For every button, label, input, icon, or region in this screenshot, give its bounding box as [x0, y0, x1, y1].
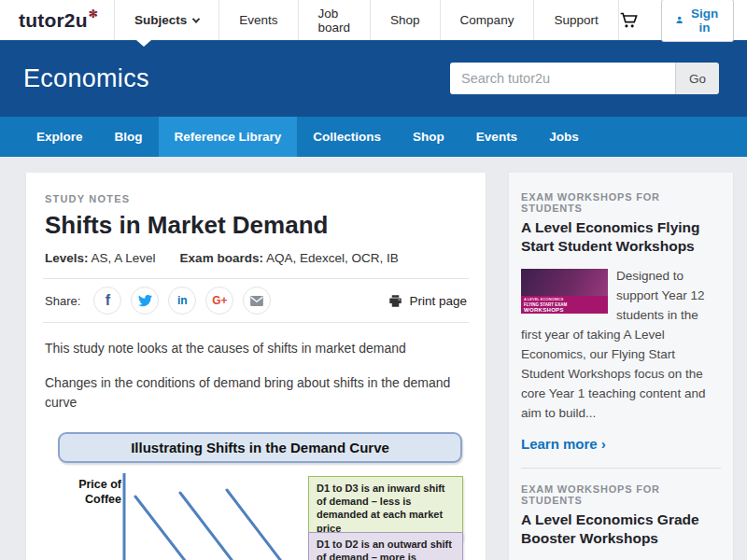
sidebar-divider	[521, 468, 721, 469]
site-search: Go	[450, 63, 719, 94]
sign-in-label: Sign in	[689, 7, 720, 35]
topnav-shop[interactable]: Shop	[370, 0, 440, 40]
top-navigation: Subjects Events Job board Shop Company S…	[114, 0, 619, 40]
share-twitter-button[interactable]	[131, 287, 159, 315]
subnav-jobs[interactable]: Jobs	[533, 117, 595, 157]
logo-flower-icon: ✻	[89, 7, 98, 21]
levels-meta: Levels: AS, A Level	[45, 251, 156, 265]
share-linkedin-button[interactable]: in	[168, 287, 196, 315]
topbar: tutor2u ✻ Subjects Events Job board Shop…	[0, 0, 747, 40]
subnav-reference-library[interactable]: Reference Library	[159, 117, 298, 157]
share-label: Share:	[45, 294, 80, 308]
promo-block-grade-booster: EXAM WORKSHOPS FOR STUDENTS A Level Econ…	[521, 483, 721, 560]
promo-thumbnail[interactable]: A LEVEL ECONOMICS FLYING START EXAM WORK…	[521, 269, 608, 314]
topnav-company[interactable]: Company	[440, 0, 534, 40]
article-card: STUDY NOTES Shifts in Market Demand Leve…	[26, 173, 486, 560]
chevron-down-icon	[192, 15, 200, 22]
twitter-icon	[138, 295, 152, 307]
learn-more-link[interactable]: Learn more ›	[521, 436, 721, 452]
article-paragraph: Changes in the conditions of demand brin…	[45, 373, 467, 412]
subnav-explore[interactable]: Explore	[21, 117, 99, 157]
share-row: Share: f in G+	[45, 279, 467, 322]
print-page-button[interactable]: Print page	[388, 294, 467, 308]
share-google-plus-button[interactable]: G+	[205, 287, 233, 315]
section-navigation: Explore Blog Reference Library Collectio…	[0, 117, 747, 157]
page-title: Shifts in Market Demand	[45, 211, 467, 240]
user-icon	[675, 14, 684, 26]
google-plus-icon: G+	[212, 294, 227, 307]
logo-text: tutor2u	[19, 9, 88, 32]
cart-button[interactable]	[619, 11, 638, 30]
facebook-icon: f	[106, 292, 110, 309]
subjects-menu-notch	[136, 40, 151, 47]
topnav-events[interactable]: Events	[218, 0, 297, 40]
print-icon	[388, 294, 402, 308]
print-page-label: Print page	[409, 294, 467, 308]
sidebar: EXAM WORKSHOPS FOR STUDENTS A Level Econ…	[509, 173, 733, 560]
email-icon	[250, 296, 263, 306]
outward-shift-callout: D1 to D2 is an outward shift of demand –…	[308, 532, 463, 560]
promo-title[interactable]: A Level Economics Flying Start Student W…	[521, 218, 721, 256]
promo-kicker: EXAM WORKSHOPS FOR STUDENTS	[521, 191, 721, 214]
search-go-button[interactable]: Go	[675, 63, 719, 94]
exam-boards-meta: Exam boards: AQA, Edexcel, OCR, IB	[180, 251, 399, 265]
topnav-support[interactable]: Support	[533, 0, 618, 40]
article-category: STUDY NOTES	[45, 193, 467, 204]
sign-in-button[interactable]: Sign in	[661, 0, 734, 42]
subnav-blog[interactable]: Blog	[99, 117, 159, 157]
article-paragraph: This study note looks at the causes of s…	[45, 339, 467, 357]
inward-shift-callout: D1 to D3 is an inward shift of demand – …	[308, 476, 463, 540]
share-email-button[interactable]	[243, 287, 271, 315]
thumbnail-caption-band: A LEVEL ECONOMICS FLYING START EXAM WORK…	[521, 296, 608, 314]
demand-curve-diagram: Illustrating Shifts in the Demand Curve …	[45, 427, 467, 560]
topnav-subjects[interactable]: Subjects	[114, 0, 218, 40]
promo-kicker: EXAM WORKSHOPS FOR STUDENTS	[521, 483, 721, 506]
topnav-job-board[interactable]: Job board	[298, 0, 371, 40]
subnav-events[interactable]: Events	[460, 117, 533, 157]
article-meta: Levels: AS, A Level Exam boards: AQA, Ed…	[45, 251, 467, 265]
share-facebook-button[interactable]: f	[93, 287, 121, 315]
content-area: STUDY NOTES Shifts in Market Demand Leve…	[0, 157, 747, 560]
cart-icon	[619, 11, 638, 30]
linkedin-icon: in	[177, 294, 188, 307]
subnav-shop[interactable]: Shop	[397, 117, 460, 157]
topbar-actions: Sign in Sign up	[619, 0, 747, 40]
promo-title[interactable]: A Level Economics Grade Booster Workshop…	[521, 511, 721, 548]
subnav-collections[interactable]: Collections	[297, 117, 397, 157]
promo-block-flying-start: EXAM WORKSHOPS FOR STUDENTS A Level Econ…	[521, 191, 721, 452]
search-input[interactable]	[450, 63, 675, 94]
topnav-subjects-label: Subjects	[134, 13, 187, 27]
section-title: Economics	[23, 64, 149, 93]
section-header: Economics Go	[0, 40, 747, 117]
divider	[43, 322, 469, 323]
site-logo[interactable]: tutor2u ✻	[0, 0, 114, 40]
